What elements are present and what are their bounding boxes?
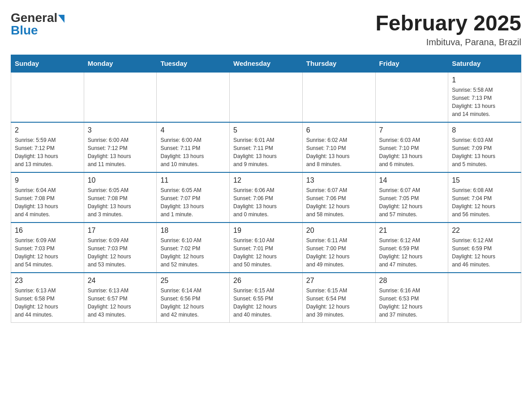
page-header: General Blue February 2025 Imbituva, Par… <box>11 11 521 47</box>
calendar-cell <box>302 72 375 122</box>
day-number: 21 <box>379 227 445 235</box>
calendar-cell <box>11 72 84 122</box>
day-number: 27 <box>306 277 372 285</box>
day-info: Sunrise: 6:09 AMSunset: 7:03 PMDaylight:… <box>15 236 80 269</box>
calendar-cell: 3Sunrise: 6:00 AMSunset: 7:12 PMDaylight… <box>84 122 157 172</box>
day-info: Sunrise: 6:01 AMSunset: 7:11 PMDaylight:… <box>233 136 299 168</box>
day-number: 20 <box>306 227 372 235</box>
day-info: Sunrise: 6:15 AMSunset: 6:55 PMDaylight:… <box>233 287 299 319</box>
day-number: 13 <box>306 176 372 184</box>
day-number: 3 <box>88 126 153 134</box>
day-number: 17 <box>88 227 153 235</box>
day-number: 10 <box>88 176 153 184</box>
day-info: Sunrise: 6:05 AMSunset: 7:08 PMDaylight:… <box>88 186 153 218</box>
calendar-header: SundayMondayTuesdayWednesdayThursdayFrid… <box>11 55 521 73</box>
day-info: Sunrise: 6:11 AMSunset: 7:00 PMDaylight:… <box>306 236 372 269</box>
day-info: Sunrise: 6:14 AMSunset: 6:56 PMDaylight:… <box>160 287 226 319</box>
calendar-week-row: 1Sunrise: 5:58 AMSunset: 7:13 PMDaylight… <box>11 72 521 122</box>
day-number: 23 <box>15 277 80 285</box>
weekday-header-thursday: Thursday <box>302 55 375 73</box>
calendar-cell <box>230 72 303 122</box>
day-number: 19 <box>233 227 299 235</box>
calendar-week-row: 2Sunrise: 5:59 AMSunset: 7:12 PMDaylight… <box>11 122 521 172</box>
calendar-cell: 20Sunrise: 6:11 AMSunset: 7:00 PMDayligh… <box>302 223 375 273</box>
day-info: Sunrise: 6:03 AMSunset: 7:10 PMDaylight:… <box>379 136 445 168</box>
calendar-cell: 21Sunrise: 6:12 AMSunset: 6:59 PMDayligh… <box>375 223 448 273</box>
day-info: Sunrise: 6:07 AMSunset: 7:06 PMDaylight:… <box>306 186 372 218</box>
day-info: Sunrise: 6:13 AMSunset: 6:58 PMDaylight:… <box>15 287 80 319</box>
weekday-header-tuesday: Tuesday <box>157 55 230 73</box>
day-number: 6 <box>306 126 372 134</box>
day-number: 14 <box>379 176 445 184</box>
day-info: Sunrise: 6:06 AMSunset: 7:06 PMDaylight:… <box>233 186 299 218</box>
calendar-cell: 25Sunrise: 6:14 AMSunset: 6:56 PMDayligh… <box>157 273 230 323</box>
day-info: Sunrise: 6:10 AMSunset: 7:01 PMDaylight:… <box>233 236 299 269</box>
weekday-header-sunday: Sunday <box>11 55 84 73</box>
calendar-cell: 18Sunrise: 6:10 AMSunset: 7:02 PMDayligh… <box>157 223 230 273</box>
month-title: February 2025 <box>375 11 521 35</box>
day-number: 1 <box>452 76 517 84</box>
day-info: Sunrise: 6:16 AMSunset: 6:53 PMDaylight:… <box>379 287 445 319</box>
weekday-header-monday: Monday <box>84 55 157 73</box>
weekday-header-wednesday: Wednesday <box>230 55 303 73</box>
day-info: Sunrise: 6:03 AMSunset: 7:09 PMDaylight:… <box>452 136 517 168</box>
logo: General Blue <box>11 11 64 38</box>
calendar-cell: 2Sunrise: 5:59 AMSunset: 7:12 PMDaylight… <box>11 122 84 172</box>
calendar-cell: 9Sunrise: 6:04 AMSunset: 7:08 PMDaylight… <box>11 172 84 223</box>
day-number: 22 <box>452 227 517 235</box>
calendar-cell <box>157 72 230 122</box>
day-info: Sunrise: 6:10 AMSunset: 7:02 PMDaylight:… <box>160 236 226 269</box>
day-number: 16 <box>15 227 80 235</box>
calendar-week-row: 23Sunrise: 6:13 AMSunset: 6:58 PMDayligh… <box>11 273 521 323</box>
logo-arrow-icon <box>58 15 64 23</box>
day-number: 2 <box>15 126 80 134</box>
day-number: 5 <box>233 126 299 134</box>
day-info: Sunrise: 6:04 AMSunset: 7:08 PMDaylight:… <box>15 186 80 218</box>
calendar-cell: 6Sunrise: 6:02 AMSunset: 7:10 PMDaylight… <box>302 122 375 172</box>
calendar-cell <box>84 72 157 122</box>
day-info: Sunrise: 6:12 AMSunset: 6:59 PMDaylight:… <box>452 236 517 269</box>
calendar-cell: 26Sunrise: 6:15 AMSunset: 6:55 PMDayligh… <box>230 273 303 323</box>
calendar-week-row: 9Sunrise: 6:04 AMSunset: 7:08 PMDaylight… <box>11 172 521 223</box>
weekday-header-saturday: Saturday <box>448 55 521 73</box>
day-info: Sunrise: 6:13 AMSunset: 6:57 PMDaylight:… <box>88 287 153 319</box>
day-info: Sunrise: 5:58 AMSunset: 7:13 PMDaylight:… <box>452 86 517 118</box>
calendar-cell: 12Sunrise: 6:06 AMSunset: 7:06 PMDayligh… <box>230 172 303 223</box>
calendar-cell: 5Sunrise: 6:01 AMSunset: 7:11 PMDaylight… <box>230 122 303 172</box>
calendar-cell: 1Sunrise: 5:58 AMSunset: 7:13 PMDaylight… <box>448 72 521 122</box>
calendar-cell <box>375 72 448 122</box>
day-number: 7 <box>379 126 445 134</box>
calendar-cell: 15Sunrise: 6:08 AMSunset: 7:04 PMDayligh… <box>448 172 521 223</box>
day-info: Sunrise: 6:08 AMSunset: 7:04 PMDaylight:… <box>452 186 517 218</box>
calendar-table: SundayMondayTuesdayWednesdayThursdayFrid… <box>11 55 521 323</box>
logo-blue-text: Blue <box>11 23 38 38</box>
day-info: Sunrise: 6:07 AMSunset: 7:05 PMDaylight:… <box>379 186 445 218</box>
day-number: 9 <box>15 176 80 184</box>
calendar-cell: 28Sunrise: 6:16 AMSunset: 6:53 PMDayligh… <box>375 273 448 323</box>
calendar-cell <box>448 273 521 323</box>
day-info: Sunrise: 6:00 AMSunset: 7:11 PMDaylight:… <box>160 136 226 168</box>
calendar-cell: 19Sunrise: 6:10 AMSunset: 7:01 PMDayligh… <box>230 223 303 273</box>
location-label: Imbituva, Parana, Brazil <box>375 37 521 47</box>
calendar-week-row: 16Sunrise: 6:09 AMSunset: 7:03 PMDayligh… <box>11 223 521 273</box>
day-number: 24 <box>88 277 153 285</box>
weekday-header-row: SundayMondayTuesdayWednesdayThursdayFrid… <box>11 55 521 73</box>
calendar-cell: 10Sunrise: 6:05 AMSunset: 7:08 PMDayligh… <box>84 172 157 223</box>
day-info: Sunrise: 5:59 AMSunset: 7:12 PMDaylight:… <box>15 136 80 168</box>
day-info: Sunrise: 6:02 AMSunset: 7:10 PMDaylight:… <box>306 136 372 168</box>
day-number: 25 <box>160 277 226 285</box>
calendar-cell: 24Sunrise: 6:13 AMSunset: 6:57 PMDayligh… <box>84 273 157 323</box>
day-number: 28 <box>379 277 445 285</box>
calendar-cell: 7Sunrise: 6:03 AMSunset: 7:10 PMDaylight… <box>375 122 448 172</box>
day-info: Sunrise: 6:05 AMSunset: 7:07 PMDaylight:… <box>160 186 226 218</box>
day-number: 8 <box>452 126 517 134</box>
day-number: 12 <box>233 176 299 184</box>
day-number: 4 <box>160 126 226 134</box>
day-info: Sunrise: 6:09 AMSunset: 7:03 PMDaylight:… <box>88 236 153 269</box>
day-info: Sunrise: 6:12 AMSunset: 6:59 PMDaylight:… <box>379 236 445 269</box>
calendar-cell: 14Sunrise: 6:07 AMSunset: 7:05 PMDayligh… <box>375 172 448 223</box>
day-info: Sunrise: 6:15 AMSunset: 6:54 PMDaylight:… <box>306 287 372 319</box>
calendar-cell: 27Sunrise: 6:15 AMSunset: 6:54 PMDayligh… <box>302 273 375 323</box>
calendar-cell: 11Sunrise: 6:05 AMSunset: 7:07 PMDayligh… <box>157 172 230 223</box>
weekday-header-friday: Friday <box>375 55 448 73</box>
